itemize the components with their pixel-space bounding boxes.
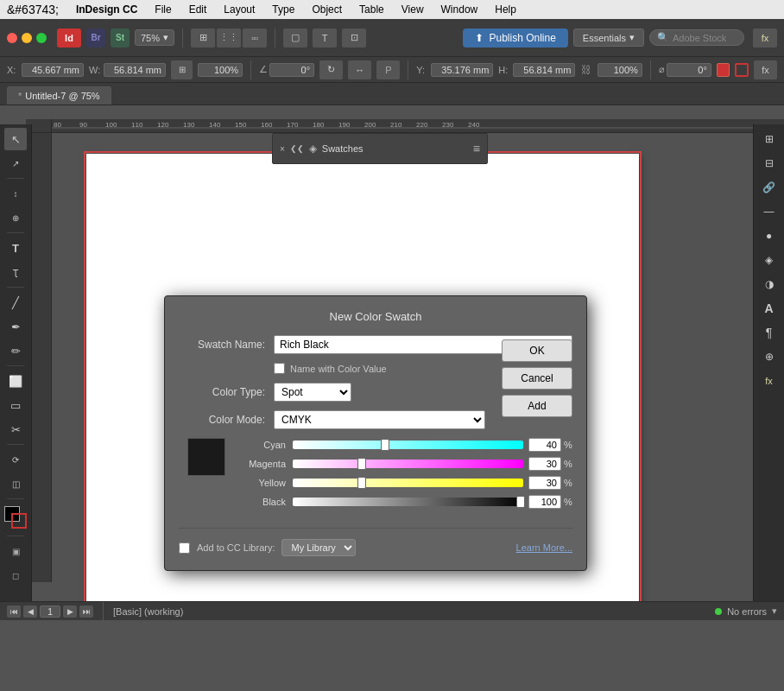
cyan-value-input[interactable] [528, 438, 561, 452]
spread-icon[interactable]: ▫▫ [243, 29, 267, 48]
black-label: Black [234, 497, 286, 507]
color-preview-box [187, 438, 225, 476]
add-button[interactable]: Add [502, 395, 572, 417]
menu-file[interactable]: File [151, 3, 174, 16]
essentials-label: Essentials [583, 33, 626, 43]
scale-h-input[interactable] [597, 63, 642, 77]
prev-page-button[interactable]: ◀ [23, 605, 37, 618]
y-field: Y: [416, 63, 493, 77]
maximize-button[interactable] [36, 33, 47, 43]
x-input[interactable] [22, 63, 84, 77]
color-mode-label: Color Mode: [179, 414, 265, 426]
scale-w-input[interactable] [198, 63, 243, 77]
menu-help[interactable]: Help [491, 3, 520, 16]
cc-library-checkbox[interactable] [179, 542, 190, 554]
black-thumb[interactable] [516, 496, 525, 508]
grid-icon[interactable]: ⊞ [191, 29, 215, 48]
menu-bar: &#63743; InDesign CC File Edit Layout Ty… [0, 0, 784, 19]
shear-input[interactable] [667, 63, 711, 77]
color-type-select[interactable]: Spot Process [274, 383, 351, 402]
separator-2 [275, 29, 275, 48]
magenta-pct: % [564, 459, 572, 469]
fx-icon[interactable]: fx [753, 29, 777, 48]
dialog-overlay: New Color Swatch Swatch Name: Name with … [0, 105, 784, 601]
library-row: Add to CC Library: My Library Learn More… [179, 528, 572, 556]
first-page-button[interactable]: ⏮ [7, 605, 21, 618]
dialog-title: New Color Swatch [179, 310, 572, 323]
close-button[interactable] [7, 33, 17, 43]
black-value-input[interactable] [528, 495, 561, 509]
essentials-button[interactable]: Essentials ▾ [573, 29, 644, 47]
x-field: X: [7, 63, 84, 77]
cyan-pct: % [564, 440, 572, 450]
layout-icons: ⊞ ⋮⋮ ▫▫ [191, 29, 267, 48]
next-page-button[interactable]: ▶ [63, 605, 77, 618]
tab-modified: * [18, 91, 22, 101]
color-swatch-icon[interactable] [717, 63, 730, 77]
y-input[interactable] [431, 63, 493, 77]
rotate-icon[interactable]: ↻ [319, 60, 343, 79]
minimize-button[interactable] [22, 33, 32, 43]
learn-more-link[interactable]: Learn More... [516, 542, 572, 553]
scale-h-field [597, 63, 642, 77]
menu-edit[interactable]: Edit [186, 3, 211, 16]
tab-bar: *Untitled-7 @ 75% [0, 83, 784, 105]
publish-online-button[interactable]: ⬆ Publish Online [463, 29, 567, 48]
menu-object[interactable]: Object [308, 3, 345, 16]
columns-icon[interactable]: ⋮⋮ [217, 29, 241, 48]
h-input[interactable] [513, 63, 575, 77]
menu-layout[interactable]: Layout [220, 3, 258, 16]
chain-link-icon[interactable]: ⛓ [580, 60, 592, 79]
stroke-icon[interactable] [735, 63, 749, 77]
black-track[interactable] [293, 498, 523, 506]
bridge-icon[interactable]: Br [86, 29, 105, 48]
cancel-button[interactable]: Cancel [502, 367, 572, 390]
menu-table[interactable]: Table [356, 3, 388, 16]
magenta-thumb[interactable] [357, 458, 366, 470]
page-number-input[interactable] [40, 605, 60, 618]
publish-icon: ⬆ [475, 32, 484, 44]
search-icon: 🔍 [657, 32, 669, 43]
w-label: W: [89, 65, 101, 75]
menu-indesign[interactable]: InDesign CC [73, 3, 141, 16]
angle-input[interactable] [269, 63, 314, 77]
menu-window[interactable]: Window [438, 3, 482, 16]
yellow-track[interactable] [293, 479, 523, 487]
document-tab[interactable]: *Untitled-7 @ 75% [7, 86, 111, 105]
yellow-label: Yellow [234, 478, 286, 488]
magenta-slider-row: Magenta % [234, 457, 572, 471]
cc-library-label: Add to CC Library: [197, 542, 275, 553]
menu-view[interactable]: View [398, 3, 427, 16]
stock-icon[interactable]: St [111, 29, 130, 48]
frame-icon[interactable]: ▢ [283, 29, 307, 48]
search-placeholder: Adobe Stock [673, 33, 726, 43]
cyan-track[interactable] [293, 441, 523, 449]
menu-type[interactable]: Type [269, 3, 298, 16]
zoom-control[interactable]: 75% ▾ [135, 29, 174, 46]
text-frame-icon[interactable]: T [313, 29, 337, 48]
cyan-thumb[interactable] [381, 439, 389, 451]
magenta-track[interactable] [293, 460, 523, 468]
library-select[interactable]: My Library [281, 539, 356, 556]
magenta-value-input[interactable] [528, 457, 561, 471]
fit-icon[interactable]: ⊡ [342, 29, 366, 48]
transform-point-icon[interactable]: ⊞ [171, 60, 193, 79]
yellow-value-input[interactable] [528, 476, 561, 490]
shear-field: ⌀ [659, 63, 711, 77]
yellow-slider-row: Yellow % [234, 476, 572, 490]
adobe-stock-search[interactable]: 🔍 Adobe Stock [649, 29, 744, 46]
last-page-button[interactable]: ⏭ [79, 605, 93, 618]
black-slider-row: Black % [234, 495, 572, 509]
x-label: X: [7, 65, 19, 75]
y-label: Y: [416, 65, 428, 75]
apple-menu[interactable]: &#63743; [7, 3, 59, 16]
errors-chevron[interactable]: ▾ [772, 605, 777, 617]
color-mode-select[interactable]: CMYK RGB Lab [274, 410, 485, 429]
flip-h-icon[interactable]: ↔ [348, 60, 371, 79]
yellow-thumb[interactable] [357, 477, 366, 489]
flip-v-icon[interactable]: P [376, 60, 400, 79]
name-with-value-checkbox[interactable] [274, 363, 285, 374]
ok-button[interactable]: OK [502, 339, 572, 362]
effects-icon[interactable]: fx [754, 60, 777, 79]
w-input[interactable] [104, 63, 166, 77]
